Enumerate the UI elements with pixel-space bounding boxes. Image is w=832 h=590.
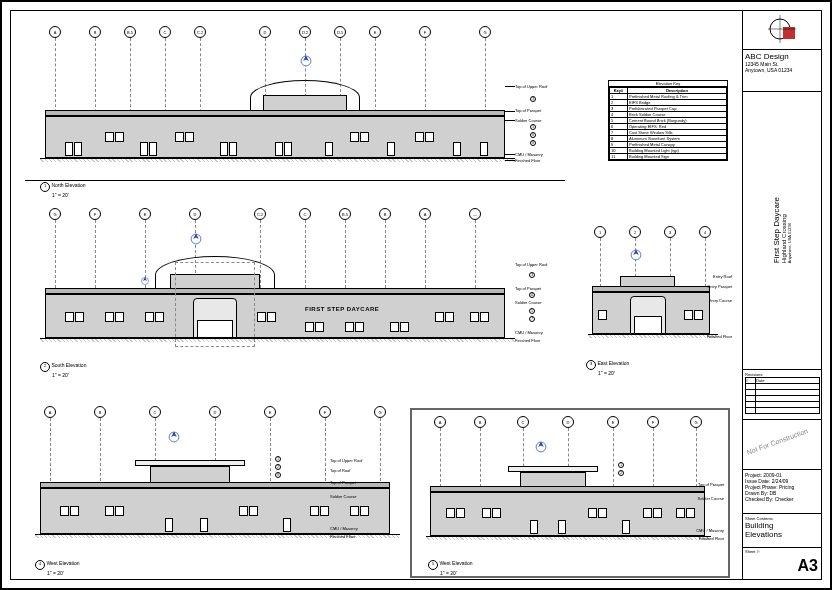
logo-icon: [768, 15, 798, 45]
firm-logo: [743, 10, 822, 50]
section-marker-icon: [140, 272, 150, 282]
west-elevation-copy: A B C D E F G: [418, 410, 726, 575]
firm-address2: Anytown, USA 01234: [745, 67, 820, 73]
sheet-number: A3: [743, 555, 822, 577]
revision-table: Revisions: #Date: [743, 370, 822, 420]
project-name-vertical: First Step Daycare Highland Crossing Any…: [770, 195, 795, 265]
drawing-area: Elevation Key Key#Description 1Prefinish…: [10, 10, 738, 580]
north-elevation: A B B.5 C C.2 D D.2 D.5 E F G: [25, 20, 585, 190]
section-marker-icon: [299, 54, 313, 68]
east-elevation: 1 2 3 4 3: [580, 220, 730, 375]
section-marker-icon: [629, 248, 643, 262]
south-elevation: G F E D C.2 C B.5 B A —: [25, 202, 585, 377]
drawing-sheet: Elevation Key Key#Description 1Prefinish…: [0, 0, 832, 590]
section-marker-icon: [189, 232, 203, 246]
title-block: ABC Design 12345 Main St. Anytown, USA 0…: [742, 10, 822, 580]
building-signage: FIRST STEP DAYCARE: [305, 306, 379, 312]
project-info: Project: 2009-01 Issue Date: 2/24/09 Pro…: [743, 470, 822, 514]
sheet-title: Building: [745, 521, 820, 530]
not-for-construction-stamp: Not For Construction: [746, 427, 809, 456]
elevation-key-table: Elevation Key Key#Description 1Prefinish…: [608, 80, 728, 161]
section-marker-icon: [167, 430, 181, 444]
west-elevation: A B C D E F G: [25, 400, 425, 575]
section-marker-icon: [534, 440, 548, 454]
view-title: 1 North Elevation 1" = 20': [40, 182, 86, 198]
firm-name: ABC Design: [745, 52, 820, 61]
